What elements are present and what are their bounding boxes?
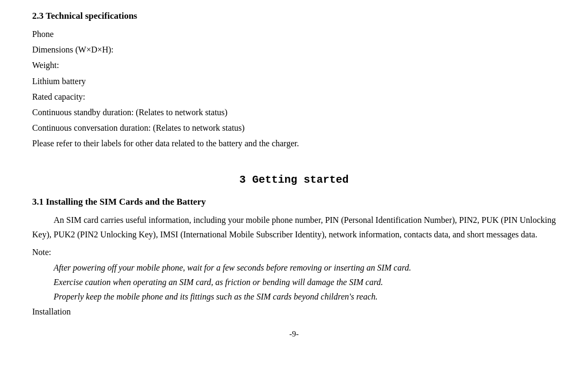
section-3-1-heading: 3.1 Installing the SIM Cards and the Bat… [32, 197, 556, 207]
note-3: Properly keep the mobile phone and its f… [32, 289, 556, 304]
section-2-3-heading: 2.3 Technical specifications [32, 11, 556, 21]
note-1: After powering off your mobile phone, wa… [32, 260, 556, 275]
weight-label: Weight: [32, 58, 556, 72]
section-2-3: 2.3 Technical specifications Phone Dimen… [32, 11, 556, 151]
dimensions-label: Dimensions (W×D×H): [32, 42, 556, 57]
installation-label: Installation [32, 304, 556, 319]
section-3-1: 3.1 Installing the SIM Cards and the Bat… [32, 197, 556, 319]
note-label: Note: [32, 245, 556, 259]
standby-label: Continuous standby duration: (Relates to… [32, 105, 556, 119]
phone-label: Phone [32, 27, 556, 41]
page-number: -9- [32, 330, 556, 339]
conversation-label: Continuous conversation duration: (Relat… [32, 121, 556, 135]
note-2: Exercise caution when operating an SIM c… [32, 275, 556, 289]
battery-label: Lithium battery [32, 74, 556, 88]
refer-label: Please refer to their labels for other d… [32, 136, 556, 151]
section-3-1-paragraph: An SIM card carries useful information, … [32, 213, 556, 242]
rated-capacity-label: Rated capacity: [32, 89, 556, 104]
chapter-3-heading: 3 Getting started [32, 174, 556, 186]
